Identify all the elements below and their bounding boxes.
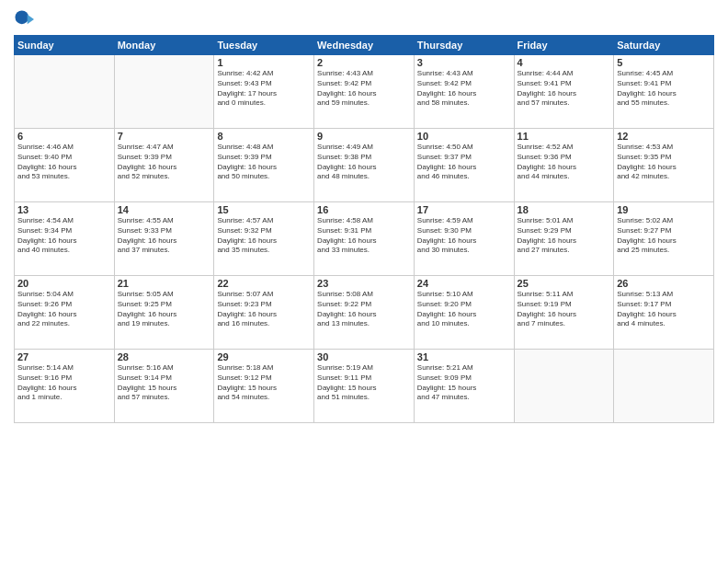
day-info: Sunrise: 5:16 AM Sunset: 9:14 PM Dayligh… <box>118 363 211 403</box>
calendar-cell: 21Sunrise: 5:05 AM Sunset: 9:25 PM Dayli… <box>114 276 214 350</box>
day-number: 6 <box>17 131 111 142</box>
calendar-cell: 23Sunrise: 5:08 AM Sunset: 9:22 PM Dayli… <box>314 276 415 350</box>
day-number: 30 <box>317 351 411 362</box>
day-number: 5 <box>617 57 711 68</box>
calendar-week: 13Sunrise: 4:54 AM Sunset: 9:34 PM Dayli… <box>15 202 714 276</box>
day-number: 7 <box>118 131 211 142</box>
day-number: 10 <box>417 131 511 142</box>
day-number: 17 <box>417 204 511 215</box>
calendar-cell: 28Sunrise: 5:16 AM Sunset: 9:14 PM Dayli… <box>114 350 214 423</box>
day-info: Sunrise: 5:08 AM Sunset: 9:22 PM Dayligh… <box>317 290 411 329</box>
day-info: Sunrise: 4:47 AM Sunset: 9:39 PM Dayligh… <box>118 143 211 182</box>
day-info: Sunrise: 4:49 AM Sunset: 9:38 PM Dayligh… <box>317 143 411 182</box>
calendar-week: 27Sunrise: 5:14 AM Sunset: 9:16 PM Dayli… <box>15 350 714 423</box>
day-info: Sunrise: 5:13 AM Sunset: 9:17 PM Dayligh… <box>617 290 711 329</box>
calendar-cell <box>614 350 714 423</box>
calendar-cell: 3Sunrise: 4:43 AM Sunset: 9:42 PM Daylig… <box>414 55 514 129</box>
weekday-header: Friday <box>514 36 614 55</box>
calendar-cell <box>514 350 614 423</box>
day-info: Sunrise: 5:05 AM Sunset: 9:25 PM Dayligh… <box>118 290 211 329</box>
logo <box>14 9 37 29</box>
calendar-cell: 5Sunrise: 4:45 AM Sunset: 9:41 PM Daylig… <box>614 55 714 129</box>
day-number: 20 <box>17 278 111 289</box>
calendar-cell <box>114 55 214 129</box>
day-info: Sunrise: 4:48 AM Sunset: 9:39 PM Dayligh… <box>217 143 311 182</box>
calendar-cell: 29Sunrise: 5:18 AM Sunset: 9:12 PM Dayli… <box>214 350 314 423</box>
weekday-header: Sunday <box>15 36 115 55</box>
calendar-cell: 26Sunrise: 5:13 AM Sunset: 9:17 PM Dayli… <box>614 276 714 350</box>
day-number: 28 <box>118 351 211 362</box>
svg-marker-1 <box>28 15 34 24</box>
day-number: 24 <box>417 278 511 289</box>
calendar-cell: 14Sunrise: 4:55 AM Sunset: 9:33 PM Dayli… <box>114 202 214 276</box>
day-info: Sunrise: 5:07 AM Sunset: 9:23 PM Dayligh… <box>217 290 311 329</box>
calendar-cell: 18Sunrise: 5:01 AM Sunset: 9:29 PM Dayli… <box>514 202 614 276</box>
calendar-cell: 16Sunrise: 4:58 AM Sunset: 9:31 PM Dayli… <box>314 202 415 276</box>
weekday-header-row: SundayMondayTuesdayWednesdayThursdayFrid… <box>15 36 714 55</box>
day-number: 2 <box>317 57 411 68</box>
day-info: Sunrise: 4:55 AM Sunset: 9:33 PM Dayligh… <box>118 216 211 256</box>
day-info: Sunrise: 5:18 AM Sunset: 9:12 PM Dayligh… <box>217 363 311 403</box>
day-info: Sunrise: 4:52 AM Sunset: 9:36 PM Dayligh… <box>518 143 611 182</box>
weekday-header: Saturday <box>614 36 714 55</box>
day-info: Sunrise: 5:19 AM Sunset: 9:11 PM Dayligh… <box>317 363 411 403</box>
calendar-cell: 2Sunrise: 4:43 AM Sunset: 9:42 PM Daylig… <box>314 55 415 129</box>
day-info: Sunrise: 5:10 AM Sunset: 9:20 PM Dayligh… <box>417 290 511 329</box>
day-info: Sunrise: 5:14 AM Sunset: 9:16 PM Dayligh… <box>17 363 111 403</box>
svg-point-0 <box>15 10 28 24</box>
day-number: 8 <box>217 131 311 142</box>
calendar-week: 20Sunrise: 5:04 AM Sunset: 9:26 PM Dayli… <box>15 276 714 350</box>
calendar-cell: 12Sunrise: 4:53 AM Sunset: 9:35 PM Dayli… <box>614 129 714 202</box>
weekday-header: Thursday <box>414 36 514 55</box>
calendar-cell: 19Sunrise: 5:02 AM Sunset: 9:27 PM Dayli… <box>614 202 714 276</box>
calendar-cell: 1Sunrise: 4:42 AM Sunset: 9:43 PM Daylig… <box>214 55 314 129</box>
day-info: Sunrise: 4:43 AM Sunset: 9:42 PM Dayligh… <box>317 69 411 109</box>
day-number: 4 <box>518 57 611 68</box>
day-number: 15 <box>217 204 311 215</box>
day-info: Sunrise: 4:50 AM Sunset: 9:37 PM Dayligh… <box>417 143 511 182</box>
calendar-cell: 17Sunrise: 4:59 AM Sunset: 9:30 PM Dayli… <box>414 202 514 276</box>
weekday-header: Tuesday <box>214 36 314 55</box>
day-number: 31 <box>417 351 511 362</box>
day-info: Sunrise: 4:43 AM Sunset: 9:42 PM Dayligh… <box>417 69 511 109</box>
calendar-cell: 30Sunrise: 5:19 AM Sunset: 9:11 PM Dayli… <box>314 350 415 423</box>
day-number: 16 <box>317 204 411 215</box>
page: SundayMondayTuesdayWednesdayThursdayFrid… <box>0 0 728 563</box>
day-number: 13 <box>17 204 111 215</box>
day-info: Sunrise: 5:02 AM Sunset: 9:27 PM Dayligh… <box>617 216 711 256</box>
day-number: 22 <box>217 278 311 289</box>
calendar-week: 1Sunrise: 4:42 AM Sunset: 9:43 PM Daylig… <box>15 55 714 129</box>
logo-icon <box>14 9 34 29</box>
day-number: 11 <box>518 131 611 142</box>
day-info: Sunrise: 4:46 AM Sunset: 9:40 PM Dayligh… <box>17 143 111 182</box>
day-info: Sunrise: 5:21 AM Sunset: 9:09 PM Dayligh… <box>417 363 511 403</box>
day-number: 9 <box>317 131 411 142</box>
day-info: Sunrise: 4:59 AM Sunset: 9:30 PM Dayligh… <box>417 216 511 256</box>
day-number: 18 <box>518 204 611 215</box>
day-number: 12 <box>617 131 711 142</box>
header <box>14 9 714 29</box>
calendar-cell: 20Sunrise: 5:04 AM Sunset: 9:26 PM Dayli… <box>15 276 115 350</box>
calendar-cell: 27Sunrise: 5:14 AM Sunset: 9:16 PM Dayli… <box>15 350 115 423</box>
calendar-cell: 8Sunrise: 4:48 AM Sunset: 9:39 PM Daylig… <box>214 129 314 202</box>
calendar-cell: 4Sunrise: 4:44 AM Sunset: 9:41 PM Daylig… <box>514 55 614 129</box>
calendar-cell: 6Sunrise: 4:46 AM Sunset: 9:40 PM Daylig… <box>15 129 115 202</box>
calendar-cell <box>15 55 115 129</box>
day-number: 26 <box>617 278 711 289</box>
calendar-cell: 22Sunrise: 5:07 AM Sunset: 9:23 PM Dayli… <box>214 276 314 350</box>
day-number: 1 <box>217 57 311 68</box>
calendar-cell: 11Sunrise: 4:52 AM Sunset: 9:36 PM Dayli… <box>514 129 614 202</box>
day-number: 27 <box>17 351 111 362</box>
calendar-cell: 15Sunrise: 4:57 AM Sunset: 9:32 PM Dayli… <box>214 202 314 276</box>
day-info: Sunrise: 4:53 AM Sunset: 9:35 PM Dayligh… <box>617 143 711 182</box>
calendar-week: 6Sunrise: 4:46 AM Sunset: 9:40 PM Daylig… <box>15 129 714 202</box>
day-number: 3 <box>417 57 511 68</box>
calendar-cell: 9Sunrise: 4:49 AM Sunset: 9:38 PM Daylig… <box>314 129 415 202</box>
day-info: Sunrise: 5:01 AM Sunset: 9:29 PM Dayligh… <box>518 216 611 256</box>
weekday-header: Wednesday <box>314 36 415 55</box>
day-info: Sunrise: 4:57 AM Sunset: 9:32 PM Dayligh… <box>217 216 311 256</box>
calendar-cell: 31Sunrise: 5:21 AM Sunset: 9:09 PM Dayli… <box>414 350 514 423</box>
calendar-cell: 13Sunrise: 4:54 AM Sunset: 9:34 PM Dayli… <box>15 202 115 276</box>
calendar: SundayMondayTuesdayWednesdayThursdayFrid… <box>14 35 714 423</box>
day-number: 25 <box>518 278 611 289</box>
